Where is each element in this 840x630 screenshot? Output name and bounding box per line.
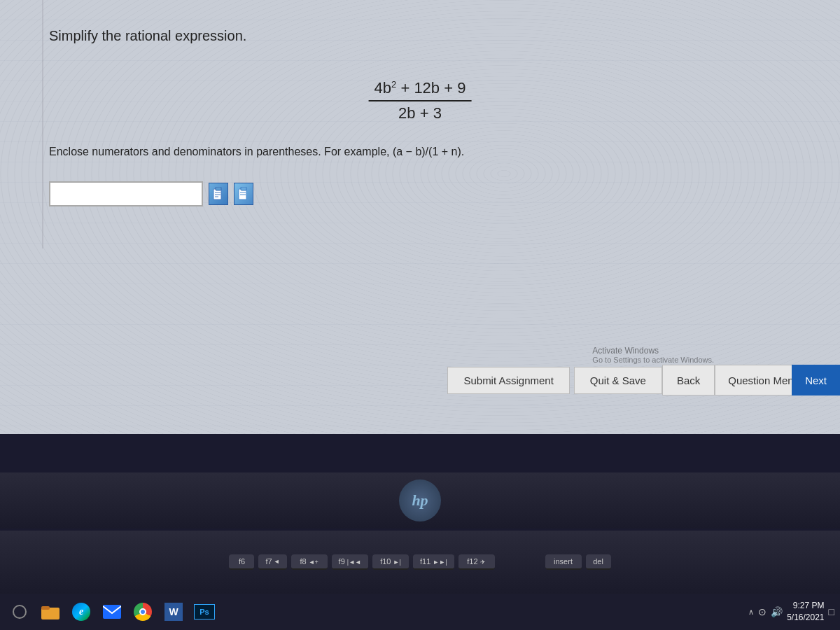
key-f6[interactable]: f6 xyxy=(229,554,254,570)
svg-rect-1 xyxy=(216,187,221,190)
svg-rect-10 xyxy=(41,606,50,610)
question-instruction: Simplify the rational expression. xyxy=(49,28,798,44)
screen: Simplify the rational expression. 4b2 + … xyxy=(0,0,840,434)
chrome-icon xyxy=(134,603,152,621)
key-f10[interactable]: f10 ►| xyxy=(372,554,409,570)
system-tray: ∧ ⊙ 🔊 9:27 PM 5/16/2021 □ xyxy=(748,600,834,624)
back-button[interactable]: Back xyxy=(662,365,715,396)
paste-icon-2[interactable] xyxy=(234,183,253,205)
hp-logo: hp xyxy=(399,479,441,522)
taskbar-word[interactable]: W xyxy=(160,598,188,626)
clock-date: 5/16/2021 xyxy=(787,612,824,624)
notification-icon[interactable]: □ xyxy=(829,606,834,617)
right-buttons: Back Question Menu ▲ Next xyxy=(662,365,826,396)
key-del[interactable]: del xyxy=(586,554,611,570)
activate-windows-text: Activate Windows Go to Settings to activ… xyxy=(592,346,714,364)
key-f9[interactable]: f9 |◄◄ xyxy=(332,554,368,570)
volume-icon[interactable]: 🔊 xyxy=(771,606,783,617)
margin-line xyxy=(42,0,43,248)
key-f12[interactable]: f12 ✈ xyxy=(458,554,495,570)
screen-content: Simplify the rational expression. 4b2 + … xyxy=(0,0,840,248)
network-icon[interactable]: ⊙ xyxy=(758,606,766,617)
key-insert[interactable]: insert xyxy=(545,554,582,570)
taskbar-mail[interactable] xyxy=(98,598,126,626)
key-f7[interactable]: f7 ◄ xyxy=(258,554,286,570)
quit-save-button[interactable]: Quit & Save xyxy=(574,367,662,394)
taskbar: e W Ps ∧ ⊙ 🔊 9:27 PM 5/16/2021 □ xyxy=(0,594,840,630)
time-display[interactable]: 9:27 PM 5/16/2021 xyxy=(787,600,824,624)
answer-input[interactable] xyxy=(49,181,203,206)
ps-icon: Ps xyxy=(194,604,215,620)
taskbar-chrome[interactable] xyxy=(129,598,157,626)
key-f8[interactable]: f8 ◄+ xyxy=(291,554,328,570)
taskbar-file-explorer[interactable] xyxy=(36,598,64,626)
edge-icon: e xyxy=(72,603,90,621)
paste-icon-1[interactable] xyxy=(209,183,228,205)
word-icon: W xyxy=(164,603,183,621)
center-buttons: Submit Assignment Quit & Save xyxy=(447,367,662,394)
key-f11[interactable]: f11 ►►| xyxy=(413,554,454,570)
fraction-numerator: 4b2 + 12b + 9 xyxy=(369,79,472,102)
taskbar-search-button[interactable] xyxy=(6,598,34,626)
submit-assignment-button[interactable]: Submit Assignment xyxy=(447,367,569,394)
action-bar: Submit Assignment Quit & Save Back Quest… xyxy=(0,365,840,396)
keyboard-area: f6 f7 ◄ f8 ◄+ f9 |◄◄ f10 ►| f11 ►►| f12 … xyxy=(0,531,840,594)
fraction: 4b2 + 12b + 9 2b + 3 xyxy=(369,79,472,122)
tray-expand[interactable]: ∧ xyxy=(748,608,754,617)
fraction-denominator: 2b + 3 xyxy=(393,102,447,122)
taskbar-edge[interactable]: e xyxy=(67,598,95,626)
answer-row xyxy=(49,181,798,206)
next-button[interactable]: Next xyxy=(792,365,840,396)
svg-rect-6 xyxy=(241,187,246,190)
hint-text: Enclose numerators and denominators in p… xyxy=(49,144,798,160)
taskbar-photoshop[interactable]: Ps xyxy=(190,598,218,626)
clock-time: 9:27 PM xyxy=(787,600,824,612)
svg-rect-11 xyxy=(103,605,121,619)
fraction-display: 4b2 + 12b + 9 2b + 3 xyxy=(369,79,472,122)
laptop-body: hp xyxy=(0,472,840,528)
